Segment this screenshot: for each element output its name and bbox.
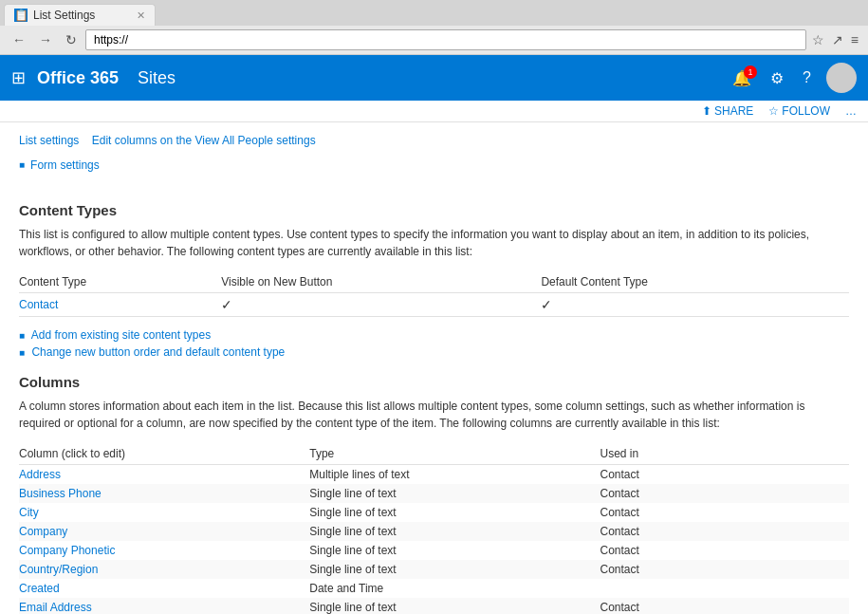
share-bar: ⬆ SHARE ☆ FOLLOW …	[0, 101, 868, 122]
col-usedin: Contact	[600, 464, 850, 484]
column-row: Address Multiple lines of text Contact	[19, 464, 849, 484]
address-input[interactable]	[85, 29, 806, 50]
col-name[interactable]: Country/Region	[19, 560, 309, 579]
ct-visible: ✓	[221, 292, 541, 316]
col-type: Multiple lines of text	[309, 464, 600, 484]
col-type: Single line of text	[309, 541, 600, 560]
ct-col-visible: Visible on New Button	[221, 271, 541, 293]
col-type: Single line of text	[309, 503, 600, 522]
col-name[interactable]: Email Address	[19, 598, 309, 615]
col-type: Single line of text	[309, 560, 600, 579]
add-content-type-link[interactable]: ■ Add from existing site content types	[19, 328, 849, 342]
column-row: Company Single line of text Contact	[19, 522, 849, 541]
col-header-usedin: Used in	[600, 443, 850, 465]
notification-badge: 1	[744, 65, 757, 79]
top-links: List settings Edit columns on the View A…	[19, 134, 849, 147]
ct-default: ✓	[541, 292, 849, 316]
col-usedin: Contact	[600, 598, 850, 615]
col-name[interactable]: City	[19, 503, 309, 522]
col-usedin: Contact	[600, 541, 850, 560]
reader-icon[interactable]: ↗	[830, 30, 845, 49]
col-type: Single line of text	[309, 484, 600, 503]
content-types-desc: This list is configured to allow multipl…	[19, 226, 849, 260]
column-row: Company Phonetic Single line of text Con…	[19, 541, 849, 560]
sites-label: Sites	[138, 68, 175, 88]
form-settings-row: ■ Form settings	[19, 157, 849, 187]
column-row: Email Address Single line of text Contac…	[19, 598, 849, 615]
add-ct-bullet: ■	[19, 330, 25, 341]
follow-button[interactable]: ☆ FOLLOW	[768, 104, 830, 118]
waffle-icon[interactable]: ⊞	[11, 67, 26, 88]
content-types-table: Content Type Visible on New Button Defau…	[19, 271, 849, 317]
col-name[interactable]: Company Phonetic	[19, 541, 309, 560]
tab-favicon: 📋	[14, 9, 28, 22]
header-right: 🔔 1 ⚙ ?	[725, 63, 857, 93]
tab-bar: 📋 List Settings ✕	[0, 0, 868, 26]
browser-chrome: 📋 List Settings ✕ ← → ↻ ☆ ↗ ≡	[0, 0, 868, 55]
settings-button[interactable]: ⚙	[763, 64, 791, 93]
star-icon[interactable]: ☆	[810, 30, 826, 49]
column-row: Business Phone Single line of text Conta…	[19, 484, 849, 503]
forward-button[interactable]: →	[34, 30, 57, 49]
list-settings-link[interactable]: List settings	[19, 134, 79, 147]
content-types-section: Content Types This list is configured to…	[19, 202, 849, 359]
col-header-name: Column (click to edit)	[19, 443, 309, 465]
columns-table: Column (click to edit) Type Used in Addr…	[19, 443, 849, 615]
ct-name[interactable]: Contact	[19, 292, 221, 316]
col-usedin	[600, 579, 850, 598]
refresh-button[interactable]: ↻	[61, 30, 82, 49]
share-icon: ⬆	[702, 104, 711, 118]
change-order-bullet: ■	[19, 347, 25, 358]
tab-title: List Settings	[33, 9, 95, 22]
form-settings-bullet: ■	[19, 159, 25, 170]
content-type-row: Contact ✓ ✓	[19, 292, 849, 316]
col-type: Date and Time	[309, 579, 600, 598]
content-types-title: Content Types	[19, 202, 849, 218]
col-type: Single line of text	[309, 598, 600, 615]
more-button[interactable]: …	[845, 104, 857, 118]
o365-header: ⊞ Office 365 Sites 🔔 1 ⚙ ?	[0, 55, 868, 101]
address-icons: ☆ ↗ ≡	[810, 30, 860, 49]
star-follow-icon: ☆	[768, 104, 779, 118]
main-content: List settings Edit columns on the View A…	[0, 122, 868, 614]
form-settings-link[interactable]: ■ Form settings	[19, 158, 100, 172]
col-name[interactable]: Address	[19, 464, 309, 484]
col-usedin: Contact	[600, 484, 850, 503]
columns-desc: A column stores information about each i…	[19, 398, 849, 432]
active-tab[interactable]: 📋 List Settings ✕	[4, 4, 156, 26]
columns-section: Columns A column stores information abou…	[19, 374, 849, 615]
address-bar: ← → ↻ ☆ ↗ ≡	[0, 26, 868, 54]
col-name[interactable]: Created	[19, 579, 309, 598]
settings-icon[interactable]: ≡	[849, 30, 860, 49]
o365-logo: Office 365	[37, 68, 119, 88]
col-name[interactable]: Business Phone	[19, 484, 309, 503]
col-usedin: Contact	[600, 560, 850, 579]
help-button[interactable]: ?	[795, 64, 819, 92]
column-row: Created Date and Time	[19, 579, 849, 598]
col-type: Single line of text	[309, 522, 600, 541]
column-row: City Single line of text Contact	[19, 503, 849, 522]
tab-close-button[interactable]: ✕	[137, 9, 145, 22]
col-name[interactable]: Company	[19, 522, 309, 541]
share-button[interactable]: ⬆ SHARE	[702, 104, 753, 118]
notification-button[interactable]: 🔔 1	[725, 64, 759, 93]
change-button-order-link[interactable]: ■ Change new button order and default co…	[19, 345, 849, 359]
back-button[interactable]: ←	[8, 30, 30, 49]
user-avatar[interactable]	[826, 63, 857, 93]
col-usedin: Contact	[600, 503, 850, 522]
ct-col-name: Content Type	[19, 271, 221, 293]
col-header-type: Type	[309, 443, 600, 465]
ct-col-default: Default Content Type	[541, 271, 849, 293]
column-row: Country/Region Single line of text Conta…	[19, 560, 849, 579]
col-usedin: Contact	[600, 522, 850, 541]
columns-title: Columns	[19, 374, 849, 390]
edit-columns-link[interactable]: Edit columns on the View All People sett…	[92, 134, 316, 147]
